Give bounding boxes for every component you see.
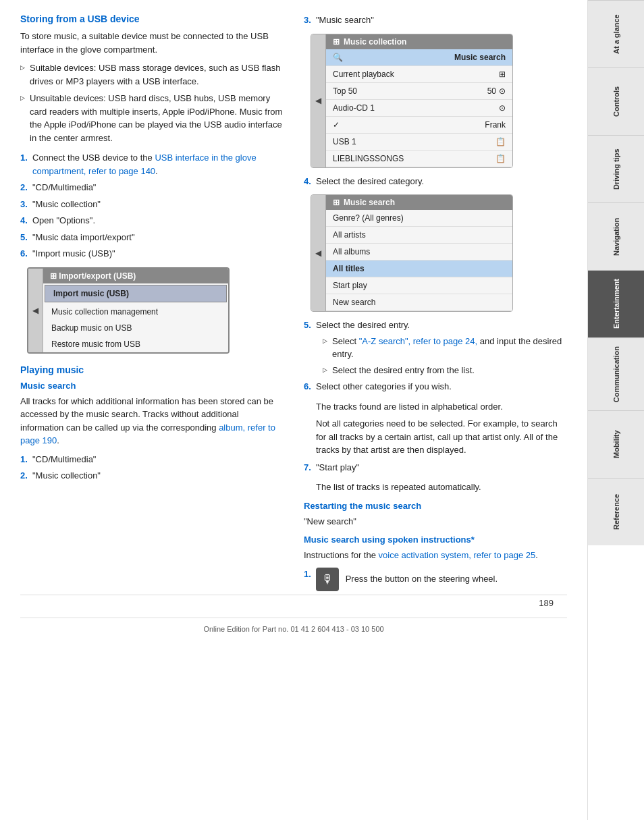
right-sidebar: At a glance Controls Driving tips Naviga… <box>587 0 644 820</box>
current-playback-item[interactable]: Current playback ⊞ <box>326 66 512 83</box>
music-search-title-left: Music search <box>20 381 284 391</box>
music-collection-left-arrow-icon[interactable]: ◀ <box>315 96 321 105</box>
music-search-arrow[interactable]: ◀ <box>311 195 326 311</box>
left-arrow-col[interactable]: ◀ <box>28 269 43 352</box>
step-3-left: 3."Music collection" <box>20 198 284 211</box>
steps-list: 1. Connect the USB device to the USB int… <box>20 151 284 261</box>
section-title-storing: Storing from a USB device <box>20 13 284 24</box>
genre-item[interactable]: Genre? (All genres) <box>326 210 512 227</box>
import-export-box: ◀ ⊞ Import/export (USB) Import music (US… <box>27 267 230 354</box>
right-step-7: 7. "Start play" <box>304 461 567 474</box>
usb1-item[interactable]: USB 1 📋 <box>326 134 512 151</box>
left-column: Storing from a USB device To store music… <box>20 13 284 595</box>
step-6-left: 6."Import music (USB)" <box>20 247 284 261</box>
right-step-3: 3. "Music search" <box>304 13 567 27</box>
top50-count: 50 <box>487 86 496 96</box>
unsuitable-devices: Unsuitable devices: USB hard discs, USB … <box>20 92 284 144</box>
restarting-title: Restarting the music search <box>304 501 567 511</box>
spoken-title: Music search using spoken instructions* <box>304 535 567 545</box>
suitable-devices: Suitable devices: USB mass storage devic… <box>20 61 284 88</box>
top50-item[interactable]: Top 50 50⊙ <box>326 83 512 100</box>
step6-para2: Not all categories need to be selected. … <box>316 417 567 457</box>
step5-bullet-2: Select the desired entry from the list. <box>323 364 567 377</box>
music-collection-box: ◀ ⊞ Music collection 🔍 Music search <box>311 34 513 168</box>
restore-music-item[interactable]: Restore music from USB <box>43 336 228 352</box>
import-box-content: ⊞ Import/export (USB) Import music (USB)… <box>43 269 228 352</box>
audio-cd-icon: ⊙ <box>499 103 506 113</box>
footer-text: Online Edition for Part no. 01 41 2 604 … <box>203 625 383 633</box>
voice-button-icon: 🎙 <box>316 568 339 591</box>
step6-para1: The tracks found are listed in alphabeti… <box>316 400 567 414</box>
spoken-step-1: 1. 🎙 Press the button on the steering wh… <box>304 568 498 591</box>
bullet-list-devices: Suitable devices: USB mass storage devic… <box>20 61 284 144</box>
restarting-text: "New search" <box>304 515 567 528</box>
start-play-item[interactable]: Start play <box>326 277 512 294</box>
music-collection-mgmt-item[interactable]: Music collection management <box>43 304 228 320</box>
sidebar-tab-communication[interactable]: Communication <box>588 337 644 410</box>
music-collection-arrow[interactable]: ◀ <box>311 34 326 167</box>
playback-icon: ⊞ <box>499 70 506 79</box>
backup-music-item[interactable]: Backup music on USB <box>43 320 228 336</box>
page-number-bar: 189 <box>20 595 567 611</box>
import-music-item[interactable]: Import music (USB) <box>45 285 227 302</box>
right-step-6: 6. Select other categories if you wish. <box>304 380 567 393</box>
music-search-item[interactable]: 🔍 Music search <box>326 49 512 66</box>
all-titles-item[interactable]: All titles <box>326 261 512 277</box>
sidebar-tab-navigation[interactable]: Navigation <box>588 202 644 270</box>
lieblingssongs-icon: 📋 <box>495 154 506 163</box>
music-collection-header: ⊞ Music collection <box>326 34 512 49</box>
sidebar-tab-controls[interactable]: Controls <box>588 67 644 135</box>
all-artists-item[interactable]: All artists <box>326 227 512 244</box>
music-search-box-header: ⊞ Music search <box>326 195 512 210</box>
step-1: 1. Connect the USB device to the USB int… <box>20 151 284 177</box>
step-5-left: 5."Music data import/export" <box>20 231 284 244</box>
lieblingssongs-item[interactable]: LIEBLINGSSONGS 📋 <box>326 151 512 167</box>
music-search-box: ◀ ⊞ Music search Genre? (All genres) All… <box>311 194 513 312</box>
audio-cd-item[interactable]: Audio-CD 1 ⊙ <box>326 100 512 117</box>
step-4-left: 4.Open "Options". <box>20 214 284 227</box>
step5-sub-bullets: Select "A-Z search", refer to page 24, a… <box>323 335 567 377</box>
all-albums-item[interactable]: All albums <box>326 244 512 261</box>
right-steps-list: 3. "Music search" <box>304 13 567 27</box>
frank-item[interactable]: ✓ Frank <box>326 117 512 134</box>
main-content: Storing from a USB device To store music… <box>0 0 587 820</box>
two-col-layout: Storing from a USB device To store music… <box>20 13 567 595</box>
spoken-step-row: 1. 🎙 Press the button on the steering wh… <box>304 568 567 595</box>
music-search-content: ⊞ Music search Genre? (All genres) All a… <box>326 195 512 311</box>
step5-bullet-1: Select "A-Z search", refer to page 24, a… <box>323 335 567 361</box>
sidebar-tab-mobility[interactable]: Mobility <box>588 410 644 478</box>
music-search-steps: 1."CD/Multimedia" 2."Music collection" <box>20 453 284 483</box>
right-step4-list: 4. Select the desired category. <box>304 175 567 188</box>
sidebar-tab-driving-tips[interactable]: Driving tips <box>588 135 644 202</box>
music-search-desc: All tracks for which additional informat… <box>20 395 284 447</box>
right-column: 3. "Music search" ◀ ⊞ Music collection <box>304 13 567 595</box>
intro-text: To store music, a suitable device must b… <box>20 30 284 56</box>
sidebar-tab-reference[interactable]: Reference <box>588 478 644 545</box>
right-step7-list: 7. "Start play" <box>304 461 567 474</box>
music-collection-content: ⊞ Music collection 🔍 Music search Curren… <box>326 34 512 167</box>
import-box-header: ⊞ Import/export (USB) <box>43 269 228 283</box>
import-box-inner: ◀ ⊞ Import/export (USB) Import music (US… <box>28 269 228 352</box>
page-footer: Online Edition for Part no. 01 41 2 604 … <box>20 618 567 640</box>
music-collection-inner: ◀ ⊞ Music collection 🔍 Music search <box>311 34 512 167</box>
page-number: 189 <box>539 598 554 608</box>
left-arrow-icon[interactable]: ◀ <box>32 306 38 315</box>
voice-activation-link[interactable]: voice activation system, refer to page 2… <box>379 550 536 560</box>
music-search-left-arrow-icon[interactable]: ◀ <box>315 248 321 258</box>
music-search-header-icon: ⊞ <box>333 198 340 207</box>
right-step-5: 5. Select the desired entry. Select "A-Z… <box>304 319 567 377</box>
spoken-para: Instructions for the voice activation sy… <box>304 549 567 562</box>
right-step-4: 4. Select the desired category. <box>304 175 567 188</box>
right-step5-list: 5. Select the desired entry. Select "A-Z… <box>304 319 567 393</box>
step-2: 2."CD/Multimedia" <box>20 181 284 194</box>
music-collection-header-icon: ⊞ <box>333 37 340 47</box>
az-search-link[interactable]: "A-Z search", refer to page 24, <box>359 336 477 346</box>
playing-music-title: Playing music <box>20 364 284 375</box>
sidebar-tab-at-a-glance[interactable]: At a glance <box>588 0 644 67</box>
usb1-icon: 📋 <box>495 137 506 146</box>
frank-check: ✓ <box>333 120 340 130</box>
sidebar-tab-entertainment[interactable]: Entertainment <box>588 270 644 337</box>
import-header-icon: ⊞ <box>50 271 57 281</box>
music-step-2: 2."Music collection" <box>20 469 284 483</box>
new-search-item[interactable]: New search <box>326 294 512 311</box>
